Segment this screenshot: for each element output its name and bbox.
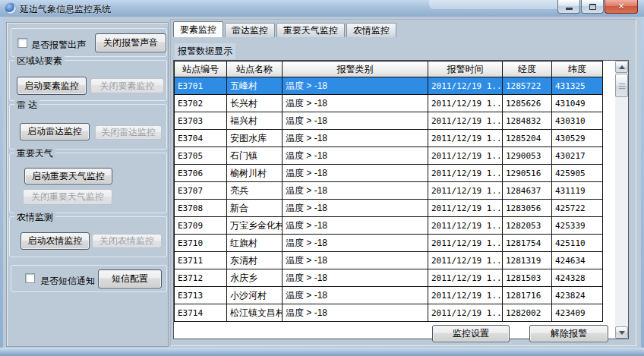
table-cell[interactable]: 新合 [227, 200, 283, 217]
table-cell[interactable]: 2011/12/19 1... [428, 182, 503, 200]
start-radar-button[interactable]: 启动雷达监控 [20, 123, 90, 140]
table-cell[interactable]: 425339 [552, 217, 603, 235]
table-cell[interactable]: 2011/12/19 1... [428, 200, 503, 217]
close-alarm-sound-button[interactable]: 关闭报警声音 [95, 33, 166, 52]
table-cell[interactable]: 安图水库 [227, 130, 283, 147]
tab-severe-weather-monitor[interactable]: 重要天气监控 [276, 23, 345, 37]
column-header-alarm-type[interactable]: 报警类别 [283, 61, 428, 77]
table-cell[interactable]: 424634 [552, 252, 603, 269]
table-cell[interactable]: 430217 [552, 147, 603, 165]
table-row[interactable]: E3702长兴村温度 > -182011/12/19 1...128562643… [175, 95, 603, 112]
minimize-button[interactable] [557, 0, 580, 14]
table-cell[interactable]: 2011/12/19 1... [428, 269, 503, 287]
table-cell[interactable]: 2011/12/19 1... [428, 287, 503, 304]
table-cell[interactable]: E3712 [175, 269, 227, 287]
table-cell[interactable]: 1281716 [503, 287, 552, 304]
dismiss-alarm-button[interactable]: 解除报警 [529, 325, 608, 342]
table-cell[interactable]: 温度 > -18 [283, 130, 428, 147]
table-cell[interactable]: 424328 [552, 269, 603, 287]
table-cell[interactable]: E3703 [175, 112, 227, 130]
table-cell[interactable]: E3706 [175, 165, 227, 182]
table-cell[interactable]: 长兴村 [227, 95, 283, 112]
table-cell[interactable]: E3708 [175, 200, 227, 217]
table-cell[interactable]: 1290053 [503, 147, 552, 165]
table-cell[interactable]: 431325 [552, 77, 603, 95]
sms-config-button[interactable]: 短信配置 [98, 269, 162, 288]
table-cell[interactable]: 425110 [552, 235, 603, 252]
table-cell[interactable]: 温度 > -18 [283, 217, 428, 235]
table-cell[interactable]: 1284832 [503, 112, 552, 130]
table-cell[interactable]: 2011/12/19 1... [428, 112, 503, 130]
tab-agriculture-monitor[interactable]: 农情监控 [346, 23, 396, 37]
maximize-button[interactable] [581, 0, 604, 14]
table-cell[interactable]: 温度 > -18 [283, 147, 428, 165]
table-cell[interactable]: 1281503 [503, 269, 552, 287]
table-cell[interactable]: 425722 [552, 200, 603, 217]
table-cell[interactable]: 1285204 [503, 130, 552, 147]
table-cell[interactable]: 1282002 [503, 304, 552, 322]
table-cell[interactable]: 423409 [552, 304, 603, 322]
stop-radar-button[interactable]: 关闭雷达监控 [95, 125, 162, 140]
stop-agriculture-button[interactable]: 关闭农情监控 [92, 234, 162, 248]
table-row[interactable]: E3711东清村温度 > -182011/12/19 1...128131942… [175, 252, 603, 269]
table-cell[interactable]: 2011/12/19 1... [428, 252, 503, 269]
monitor-settings-button[interactable]: 监控设置 [432, 325, 510, 342]
table-cell[interactable]: E3709 [175, 217, 227, 235]
table-cell[interactable]: E3713 [175, 287, 227, 304]
table-cell[interactable]: 温度 > -18 [283, 200, 428, 217]
table-cell[interactable]: 永庆乡 [227, 269, 283, 287]
close-button[interactable]: ✕ [605, 0, 638, 14]
table-cell[interactable]: 1290516 [503, 165, 552, 182]
table-cell[interactable]: 亮兵 [227, 182, 283, 200]
table-cell[interactable]: 温度 > -18 [283, 95, 428, 112]
column-header-longitude[interactable]: 经度 [503, 61, 552, 77]
table-row[interactable]: E3708新合温度 > -182011/12/19 1...1283056425… [175, 200, 603, 217]
column-header-latitude[interactable]: 纬度 [552, 61, 603, 77]
table-cell[interactable]: 2011/12/19 1... [428, 95, 503, 112]
table-cell[interactable]: 1282053 [503, 217, 552, 235]
table-row[interactable]: E3704安图水库温度 > -182011/12/19 1...12852044… [175, 130, 603, 147]
table-cell[interactable]: 2011/12/19 1... [428, 147, 503, 165]
tab-elements-monitor[interactable]: 要素监控 [173, 21, 223, 37]
alarm-sound-checkbox[interactable] [17, 38, 27, 48]
table-cell[interactable]: 2011/12/19 1... [428, 217, 503, 235]
table-row[interactable]: E3706榆树川村温度 > -182011/12/19 1...12905164… [175, 165, 603, 182]
sms-notify-checkbox[interactable] [25, 273, 35, 283]
table-cell[interactable]: 1281754 [503, 235, 552, 252]
table-cell[interactable]: 温度 > -18 [283, 287, 428, 304]
column-header-station-name[interactable]: 站点名称 [227, 61, 283, 77]
table-cell[interactable]: 温度 > -18 [283, 269, 428, 287]
column-header-alarm-time[interactable]: 报警时间 [428, 61, 503, 77]
table-cell[interactable]: 榆树川村 [227, 165, 283, 182]
table-cell[interactable]: 红旗村 [227, 235, 283, 252]
vertical-scrollbar[interactable] [615, 61, 628, 339]
table-cell[interactable]: E3702 [175, 95, 227, 112]
table-cell[interactable]: 万宝乡金化村 [227, 217, 283, 235]
table-cell[interactable]: 423824 [552, 287, 603, 304]
table-cell[interactable]: 温度 > -18 [283, 77, 428, 95]
table-cell[interactable]: E3711 [175, 252, 227, 269]
table-cell[interactable]: 五峰村 [227, 77, 283, 95]
table-cell[interactable]: 2011/12/19 1... [428, 165, 503, 182]
table-row[interactable]: E3710红旗村温度 > -182011/12/19 1...128175442… [175, 235, 603, 252]
stop-elements-button[interactable]: 关闭要素监控 [90, 78, 164, 93]
start-severe-weather-button[interactable]: 启动重要天气监控 [24, 168, 112, 184]
table-cell[interactable]: 2011/12/19 1... [428, 130, 503, 147]
table-cell[interactable]: 石门镇 [227, 147, 283, 165]
scroll-down-button[interactable] [615, 326, 628, 339]
table-cell[interactable]: 温度 > -18 [283, 252, 428, 269]
column-header-station-id[interactable]: 站点编号 [175, 61, 227, 77]
table-cell[interactable]: 1283056 [503, 200, 552, 217]
table-row[interactable]: E3712永庆乡温度 > -182011/12/19 1...128150342… [175, 269, 603, 287]
table-row[interactable]: E3707亮兵温度 > -182011/12/19 1...1284637431… [175, 182, 603, 200]
start-elements-button[interactable]: 启动要素监控 [17, 77, 87, 95]
table-cell[interactable]: 福兴村 [227, 112, 283, 130]
table-cell[interactable]: 2011/12/19 1... [428, 304, 503, 322]
scroll-up-button[interactable] [615, 61, 628, 73]
table-cell[interactable]: 1285626 [503, 95, 552, 112]
table-cell[interactable]: E3710 [175, 235, 227, 252]
table-row[interactable]: E3705石门镇温度 > -182011/12/19 1...129005343… [175, 147, 603, 165]
table-cell[interactable]: 松江镇文昌村 [227, 304, 283, 322]
table-cell[interactable]: 425905 [552, 165, 603, 182]
table-cell[interactable]: 东清村 [227, 252, 283, 269]
